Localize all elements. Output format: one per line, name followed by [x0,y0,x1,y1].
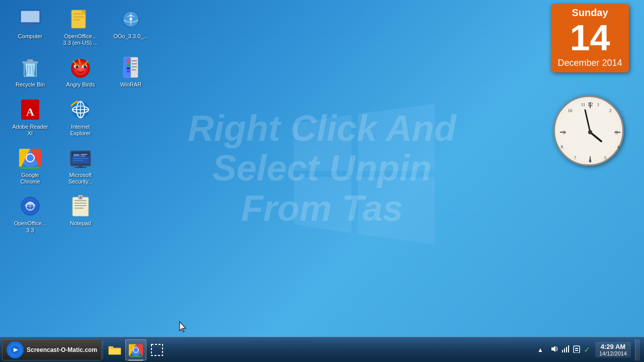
security-icon-svg [573,345,581,353]
openoffice-icon [18,194,42,218]
svg-rect-56 [72,197,89,216]
network-tray-icon[interactable] [561,345,570,354]
openoffice-installer-label: OpenOffice...3.3 (en-US) ... [63,33,98,46]
desktop-icon-google-chrome[interactable]: GoogleChrome [10,144,50,187]
icon-row-2: Recycle Bin [10,53,151,90]
svg-point-10 [129,18,132,21]
svg-rect-51 [73,160,84,161]
svg-text:10: 10 [568,108,573,113]
svg-rect-6 [73,16,84,18]
svg-line-16 [33,65,33,74]
svg-rect-2 [27,23,34,25]
desktop-icon-ooo330[interactable]: OOo_3.3.0_... [111,5,151,48]
svg-rect-91 [568,345,569,352]
internet-explorer-label: InternetExplorer [70,124,91,137]
svg-rect-48 [80,154,88,155]
svg-text:11: 11 [581,102,586,107]
svg-rect-29 [127,70,130,72]
recycle-bin-icon [18,55,42,79]
folder-taskbar-svg [108,344,121,355]
taskbar-separator-1 [103,341,103,359]
svg-rect-3 [24,25,37,27]
recycle-bin-label: Recycle Bin [16,81,45,88]
calendar-widget[interactable]: Sunday 14 December 2014 [551,4,629,72]
openoffice-label: OpenOffice...3.3 [14,220,47,233]
notepad-label: Notepad [70,220,91,227]
openoffice-installer-icon [68,7,93,31]
system-clock[interactable]: 4:29 AM 14/12/2014 [595,342,631,357]
clock-svg: 12 3 6 9 2 4 5 7 8 10 11 1 [555,97,625,167]
system-tray: ▲ [535,339,644,360]
svg-rect-90 [566,347,567,352]
clock-face: 12 3 6 9 2 4 5 7 8 10 11 1 [553,96,624,166]
adobe-reader-icon: A [18,98,42,122]
desktop-icon-adobe-reader[interactable]: A Adobe ReaderXI [10,96,50,139]
svg-rect-47 [73,154,79,156]
svg-rect-30 [132,60,137,61]
icon-row-1: Computer OpenOffice...3.3 (en-US) ... [10,5,151,48]
svg-rect-53 [74,167,87,168]
svg-rect-32 [132,66,137,67]
desktop-icon-internet-explorer[interactable]: InternetExplorer [60,96,101,139]
svg-point-85 [134,347,138,352]
svg-rect-33 [132,69,136,70]
svg-line-78 [590,132,601,141]
calendar-month-year: December 2014 [551,57,629,72]
icon-row-3: A Adobe ReaderXI InternetExplorer [10,96,151,139]
tray-icons-container: ✓ [547,345,593,354]
angry-birds-icon [68,55,93,79]
angry-birds-label: Angry Birds [66,81,95,88]
notepad-icon [68,194,93,218]
winrar-label: WinRAR [120,81,141,88]
icon-row-4: GoogleChrome MicrosoftSecurity... [10,144,151,187]
network-icon-svg [561,345,570,353]
screencast-button[interactable]: Screencast-O-Matic.com [2,339,102,360]
taskbar-folder-icon[interactable] [104,339,125,360]
svg-rect-60 [74,208,84,209]
svg-text:5: 5 [604,155,607,160]
selection-taskbar-svg [150,343,164,356]
screencast-logo-svg [10,344,21,355]
internet-explorer-icon [68,98,93,122]
svg-rect-86 [151,344,163,355]
desktop-icon-openoffice-installer[interactable]: OpenOffice...3.3 (en-US) ... [60,5,101,48]
svg-rect-92 [574,346,580,353]
svg-rect-93 [575,348,578,349]
mouse-cursor [179,321,189,335]
chrome-taskbar-svg [129,343,143,357]
svg-text:7: 7 [574,155,577,160]
desktop-icon-notepad[interactable]: Notepad [60,192,101,235]
taskbar-selection-icon[interactable] [146,339,168,360]
microsoft-security-icon [68,146,93,170]
volume-tray-icon[interactable] [550,345,558,354]
adobe-reader-label: Adobe ReaderXI [13,124,48,137]
computer-label: Computer [18,33,42,40]
svg-rect-27 [127,64,130,66]
ooo330-label: OOo_3.3.0_... [113,33,148,40]
svg-rect-26 [127,59,130,63]
taskbar-chrome-icon[interactable] [125,339,146,360]
antivirus-tray-icon[interactable]: ✓ [584,345,590,354]
screencast-label: Screencast-O-Matic.com [27,346,97,353]
svg-text:4: 4 [617,144,620,149]
svg-rect-59 [74,205,87,206]
svg-rect-1 [21,11,39,22]
svg-rect-7 [73,19,80,21]
show-desktop-button[interactable] [635,339,640,360]
security-tray-icon[interactable] [573,345,581,354]
svg-text:2: 2 [609,108,612,113]
desktop-icon-recycle-bin[interactable]: Recycle Bin [10,53,50,90]
tray-expand-icon[interactable]: ▲ [535,346,545,353]
ooo330-icon [119,7,143,31]
svg-marker-87 [551,346,555,352]
desktop-icon-openoffice[interactable]: OpenOffice...3.3 [10,192,50,235]
desktop-icon-winrar[interactable]: WinRAR [111,53,151,90]
desktop-icon-computer[interactable]: Computer [10,5,50,48]
svg-rect-58 [74,203,87,204]
svg-text:A: A [26,106,34,118]
desktop-icon-angry-birds[interactable]: Angry Birds [60,53,101,90]
svg-rect-31 [132,63,137,64]
svg-rect-28 [127,67,130,69]
svg-line-79 [585,110,590,132]
desktop-icon-microsoft-security[interactable]: MicrosoftSecurity... [60,144,101,187]
